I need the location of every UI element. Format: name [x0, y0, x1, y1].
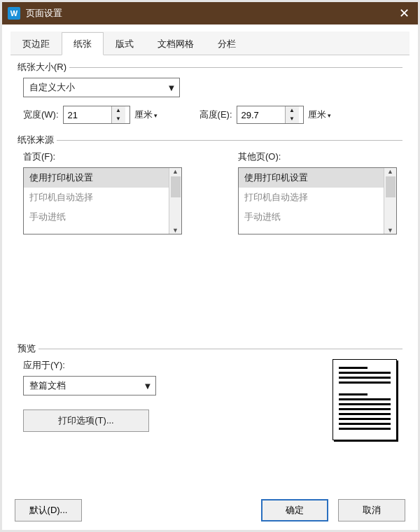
first-page-label: 首页(F):	[23, 151, 55, 162]
scrollbar[interactable]: ▲ ▼	[169, 168, 181, 234]
width-spinner[interactable]: ▲ ▼	[63, 106, 130, 124]
scroll-thumb[interactable]	[171, 176, 181, 197]
scroll-up-icon[interactable]: ▲	[172, 168, 178, 175]
scroll-down-icon[interactable]: ▼	[387, 227, 393, 234]
apply-to-label: 应用于(Y):	[23, 359, 324, 372]
cancel-button[interactable]: 取消	[338, 499, 405, 522]
other-pages-listbox[interactable]: 使用打印机设置 打印机自动选择 手动进纸 ▲ ▼	[238, 167, 397, 234]
list-item[interactable]: 使用打印机设置	[24, 168, 169, 188]
spin-down-icon[interactable]: ▼	[286, 115, 299, 123]
list-item[interactable]: 使用打印机设置	[239, 168, 384, 188]
group-paper-size: 纸张大小(R) 自定义大小 ▼ 宽度(W): ▲ ▼ 厘米▾	[18, 62, 402, 130]
width-input[interactable]	[64, 106, 111, 123]
app-logo: W	[8, 7, 20, 20]
apply-to-combo[interactable]: 整篇文档 ▼	[23, 376, 156, 396]
paper-size-combo[interactable]: 自定义大小 ▼	[23, 78, 180, 97]
height-input[interactable]	[237, 106, 285, 123]
list-item[interactable]: 打印机自动选择	[24, 188, 169, 207]
group-paper-source: 纸张来源 首页(F): 使用打印机设置 打印机自动选择 手动进纸 ▲	[18, 135, 402, 240]
tab-columns[interactable]: 分栏	[206, 32, 248, 55]
legend-paper-source: 纸张来源	[18, 134, 57, 146]
page-preview	[332, 359, 397, 440]
width-unit[interactable]: 厘米▾	[134, 108, 158, 121]
spin-up-icon[interactable]: ▲	[286, 106, 299, 115]
scroll-down-icon[interactable]: ▼	[172, 227, 178, 234]
legend-paper-size: 纸张大小(R)	[18, 61, 69, 74]
scroll-up-icon[interactable]: ▲	[387, 168, 393, 175]
chevron-down-icon[interactable]: ▼	[140, 381, 155, 391]
default-button[interactable]: 默认(D)...	[15, 499, 82, 522]
list-item[interactable]: 手动进纸	[239, 207, 384, 227]
chevron-down-icon[interactable]: ▼	[164, 83, 179, 93]
height-unit[interactable]: 厘米▾	[308, 108, 331, 121]
apply-to-value: 整篇文档	[24, 379, 140, 392]
spin-up-icon[interactable]: ▲	[112, 106, 125, 115]
scroll-thumb[interactable]	[386, 176, 396, 197]
legend-preview: 预览	[18, 342, 38, 355]
tab-bar: 页边距 纸张 版式 文档网格 分栏	[10, 31, 410, 55]
print-options-button[interactable]: 打印选项(T)...	[23, 410, 149, 432]
first-page-listbox[interactable]: 使用打印机设置 打印机自动选择 手动进纸 ▲ ▼	[23, 167, 182, 234]
group-preview: 预览 应用于(Y): 整篇文档 ▼ 打印选项(T)...	[18, 344, 402, 446]
dialog-footer: 默认(D)... 确定 取消	[15, 499, 405, 522]
tab-paper[interactable]: 纸张	[62, 32, 104, 55]
page-setup-dialog: W 页面设置 ✕ 页边距 纸张 版式 文档网格 分栏 纸张大小(R) 自定义大小…	[0, 0, 420, 532]
scrollbar[interactable]: ▲ ▼	[384, 168, 396, 234]
tab-margins[interactable]: 页边距	[10, 32, 62, 55]
height-spinner[interactable]: ▲ ▼	[237, 106, 304, 124]
tab-grid[interactable]: 文档网格	[146, 32, 206, 55]
tab-layout[interactable]: 版式	[104, 32, 146, 55]
height-label: 高度(E):	[200, 108, 232, 121]
paper-size-value: 自定义大小	[24, 81, 164, 94]
list-item[interactable]: 手动进纸	[24, 207, 169, 227]
close-icon[interactable]: ✕	[396, 6, 412, 21]
ok-button[interactable]: 确定	[261, 499, 328, 522]
title-bar: W 页面设置 ✕	[2, 2, 418, 24]
spin-down-icon[interactable]: ▼	[112, 115, 125, 123]
width-label: 宽度(W):	[23, 108, 59, 121]
window-title: 页面设置	[26, 7, 62, 20]
list-item[interactable]: 打印机自动选择	[239, 188, 384, 207]
other-pages-label: 其他页(O):	[238, 151, 281, 162]
